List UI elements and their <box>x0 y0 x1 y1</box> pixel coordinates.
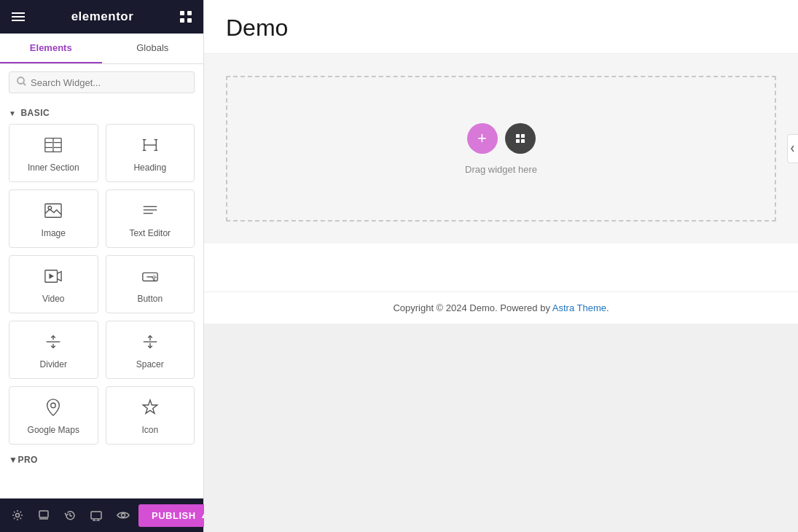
page-title-bar: Demo <box>204 0 798 54</box>
footer-link[interactable]: Astra Theme <box>552 302 606 313</box>
eye-icon[interactable] <box>111 504 136 526</box>
collapse-handle[interactable] <box>787 134 798 163</box>
widget-button[interactable]: Button <box>106 255 195 313</box>
footer-bar: Copyright © 2024 Demo. Powered by Astra … <box>204 292 798 324</box>
svg-rect-53 <box>516 139 520 143</box>
hamburger-icon[interactable] <box>12 12 25 22</box>
svg-rect-4 <box>187 11 192 15</box>
heading-icon <box>141 136 159 157</box>
publish-label: PUBLISH <box>152 510 196 521</box>
app-logo: elementor <box>71 9 134 24</box>
basic-widget-grid: Inner Section Heading <box>9 124 195 445</box>
page-canvas: Demo + <box>204 0 798 532</box>
responsive-icon[interactable] <box>85 504 108 527</box>
widget-spacer-label: Spacer <box>136 359 164 369</box>
svg-rect-46 <box>91 512 101 519</box>
widget-heading[interactable]: Heading <box>106 124 195 182</box>
left-panel: elementor Elements Globals <box>0 0 204 532</box>
text-editor-icon <box>141 202 159 222</box>
basic-label: Basic <box>20 108 50 118</box>
grid-icon[interactable] <box>180 11 192 23</box>
svg-point-39 <box>51 403 55 407</box>
pro-section-header[interactable]: ▼ Pro <box>9 447 195 471</box>
settings-icon[interactable] <box>6 504 29 527</box>
widget-image[interactable]: Image <box>9 189 98 248</box>
svg-point-41 <box>16 514 20 517</box>
widget-heading-label: Heading <box>133 163 166 173</box>
widget-text-editor[interactable]: Text Editor <box>106 189 195 248</box>
drop-zone-buttons: + <box>467 123 536 154</box>
editor-area[interactable]: + Drag widget here <box>204 54 798 243</box>
search-icon <box>17 77 26 88</box>
search-wrapper <box>9 71 195 93</box>
inner-section-icon <box>44 136 62 157</box>
history-icon[interactable] <box>58 504 82 527</box>
search-container <box>0 64 203 101</box>
widget-icon[interactable]: Icon <box>106 386 195 445</box>
svg-rect-6 <box>187 18 192 23</box>
drop-zone[interactable]: + Drag widget here <box>226 76 776 222</box>
widget-list: ▼ Basic Inner Section <box>0 101 203 498</box>
svg-point-50 <box>122 514 125 517</box>
layers-icon[interactable] <box>32 504 55 527</box>
icon-icon <box>141 399 159 419</box>
maps-icon <box>44 399 62 419</box>
svg-rect-52 <box>521 134 525 138</box>
page-white: Demo + <box>204 0 798 292</box>
tab-globals[interactable]: Globals <box>102 34 204 63</box>
drag-hint: Drag widget here <box>465 164 537 175</box>
add-square-button[interactable] <box>505 123 536 154</box>
widget-video-label: Video <box>42 294 64 304</box>
widget-image-label: Image <box>42 228 66 238</box>
basic-arrow: ▼ <box>9 109 16 117</box>
widget-divider-label: Divider <box>40 359 67 369</box>
divider-icon <box>44 333 62 353</box>
widget-inner-section[interactable]: Inner Section <box>9 124 98 182</box>
video-icon <box>44 267 62 288</box>
widget-spacer[interactable]: Spacer <box>106 321 195 379</box>
panel-header: elementor <box>0 0 203 34</box>
svg-rect-51 <box>516 134 520 138</box>
widget-inner-section-label: Inner Section <box>28 163 79 173</box>
svg-marker-28 <box>50 273 54 278</box>
svg-rect-3 <box>180 11 184 15</box>
widget-button-label: Button <box>137 294 163 304</box>
widget-icon-label: Icon <box>141 425 158 435</box>
add-plus-button[interactable]: + <box>467 123 498 154</box>
tab-elements[interactable]: Elements <box>0 34 102 63</box>
widget-video[interactable]: Video <box>9 255 98 313</box>
main-area: Demo + <box>204 0 798 532</box>
button-icon <box>141 267 159 288</box>
footer-text: Copyright © 2024 Demo. Powered by Astra … <box>393 302 609 313</box>
page-title: Demo <box>226 15 776 42</box>
widget-divider[interactable]: Divider <box>9 321 98 379</box>
svg-line-8 <box>23 83 26 85</box>
panel-tabs: Elements Globals <box>0 34 203 64</box>
svg-rect-54 <box>521 139 525 143</box>
basic-section-header[interactable]: ▼ Basic <box>9 101 195 124</box>
svg-rect-5 <box>180 18 184 23</box>
image-icon <box>44 202 62 222</box>
widget-maps-label: Google Maps <box>28 425 79 435</box>
svg-rect-42 <box>39 511 48 517</box>
svg-marker-40 <box>143 400 157 413</box>
spacer-icon <box>141 333 159 353</box>
bottom-bar: PUBLISH ▲ <box>0 498 203 532</box>
plus-icon: + <box>477 129 487 148</box>
widget-text-editor-label: Text Editor <box>129 228 171 238</box>
search-input[interactable] <box>31 77 187 88</box>
pro-arrow: ▼ <box>9 455 17 465</box>
widget-google-maps[interactable]: Google Maps <box>9 386 98 445</box>
pro-label-text: Pro <box>17 455 38 465</box>
svg-point-7 <box>17 77 24 84</box>
